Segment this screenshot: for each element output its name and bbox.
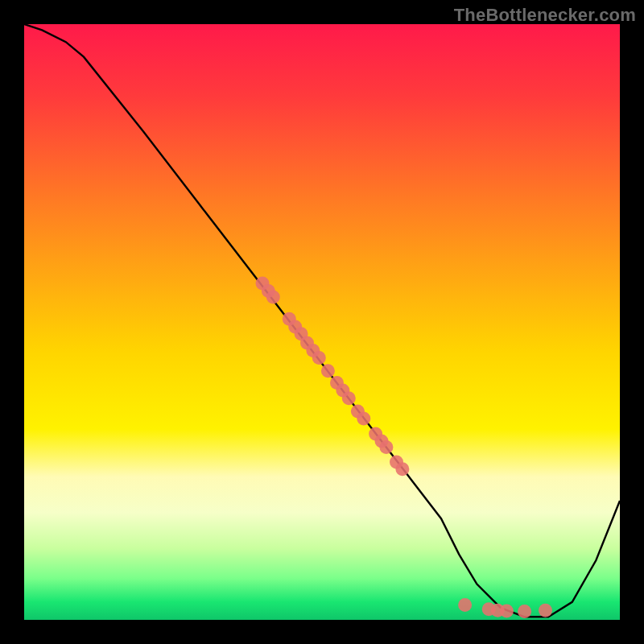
annotation-dot (256, 276, 270, 290)
watermark-text: TheBottlenecker.com (454, 5, 636, 26)
annotation-dot (390, 455, 403, 469)
annotation-dot (369, 427, 382, 441)
annotation-dot (342, 391, 356, 405)
annotation-dot (357, 411, 370, 425)
annotation-dot (262, 284, 275, 298)
chart-plot-area (24, 24, 620, 620)
annotation-dot (491, 604, 505, 617)
annotation-dot (312, 351, 326, 365)
annotation-dot (482, 602, 496, 616)
annotation-dots (256, 276, 553, 618)
annotation-dot (283, 312, 296, 326)
annotation-dot (321, 364, 335, 378)
annotation-dot (351, 405, 365, 419)
annotation-dot (336, 384, 349, 398)
chart-stage: TheBottlenecker.com (0, 0, 644, 644)
annotation-dot (500, 604, 514, 617)
annotation-dot (330, 376, 344, 390)
annotation-dot (539, 604, 552, 617)
annotation-dot (395, 462, 409, 476)
annotation-dot (288, 320, 302, 333)
bottleneck-curve (24, 24, 620, 617)
chart-svg (24, 24, 620, 620)
annotation-dot (375, 435, 389, 448)
annotation-dot (266, 290, 280, 303)
annotation-dot (458, 598, 472, 612)
annotation-dot (295, 327, 308, 341)
annotation-dot (379, 440, 393, 454)
annotation-dot (306, 344, 320, 357)
annotation-dot (518, 605, 531, 618)
annotation-dot (300, 336, 314, 349)
